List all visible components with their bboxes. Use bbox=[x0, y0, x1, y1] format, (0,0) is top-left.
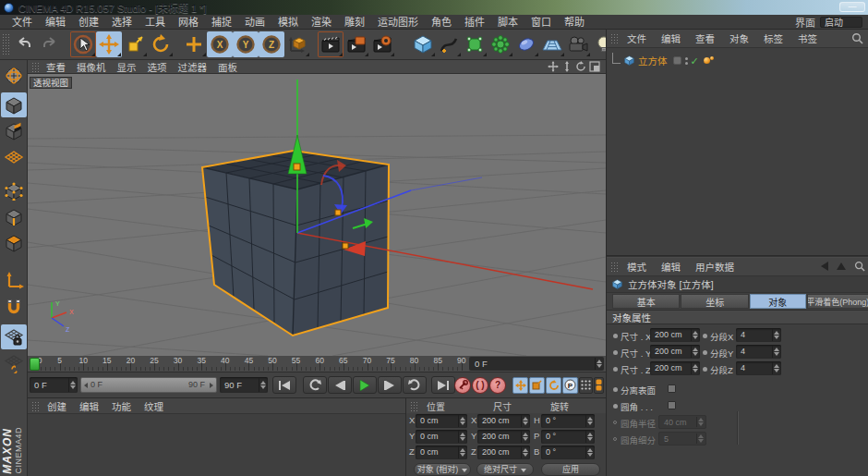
make-editable-button[interactable] bbox=[1, 63, 27, 88]
lock-y-button[interactable]: Y bbox=[233, 31, 259, 57]
size-z-input[interactable]: 200 cm bbox=[650, 361, 700, 375]
zoom-view-icon[interactable] bbox=[561, 61, 573, 72]
menu-edit[interactable]: 编辑 bbox=[39, 15, 72, 30]
am-menu-userdata[interactable]: 用户数据 bbox=[688, 260, 741, 274]
autokey-button[interactable]: ( ) bbox=[472, 377, 488, 394]
planar-workplane-button[interactable] bbox=[1, 350, 27, 375]
om-menu-view[interactable]: 查看 bbox=[688, 31, 722, 45]
menu-character[interactable]: 角色 bbox=[425, 15, 458, 30]
render-queue-button[interactable] bbox=[369, 31, 395, 57]
vp-menu-panel[interactable]: 面板 bbox=[212, 60, 243, 74]
mat-menu-edit[interactable]: 编辑 bbox=[73, 399, 105, 413]
toolbar-grip[interactable] bbox=[2, 33, 9, 55]
frame-end-spinner[interactable] bbox=[259, 378, 267, 392]
size-x-input[interactable]: 200 cm bbox=[650, 328, 700, 342]
menu-help[interactable]: 帮助 bbox=[558, 15, 591, 30]
undo-button[interactable] bbox=[11, 31, 37, 57]
subdivision-surface-button[interactable] bbox=[462, 31, 488, 57]
points-mode-button[interactable] bbox=[1, 178, 27, 203]
om-menu-edit[interactable]: 编辑 bbox=[654, 31, 688, 45]
tab-phong[interactable]: 平滑着色(Phong) bbox=[807, 294, 868, 309]
segments-y-input[interactable]: 4 bbox=[736, 345, 781, 359]
workplane-mode-button[interactable] bbox=[1, 144, 27, 169]
om-search-icon[interactable] bbox=[851, 32, 863, 46]
mat-menu-function[interactable]: 功能 bbox=[105, 399, 138, 413]
current-frame-display[interactable]: 0 F bbox=[469, 357, 604, 371]
viewport-canvas[interactable]: Y X Z 透视视图 bbox=[28, 74, 606, 356]
play-backwards-button[interactable] bbox=[303, 376, 327, 394]
live-selection-button[interactable] bbox=[70, 31, 96, 57]
edges-mode-button[interactable] bbox=[1, 204, 27, 229]
menu-script[interactable]: 脚本 bbox=[491, 15, 524, 30]
view-label[interactable]: 透视视图 bbox=[30, 77, 72, 89]
size-y-field[interactable]: 200 cm bbox=[477, 430, 530, 444]
move-tool-button[interactable] bbox=[96, 31, 122, 57]
visibility-dots[interactable] bbox=[685, 57, 688, 65]
keyframe-help-button[interactable]: ? bbox=[489, 377, 506, 394]
layout-select[interactable]: 启动 bbox=[820, 17, 862, 28]
coordinates-grip[interactable] bbox=[410, 401, 417, 411]
fillet-checkbox[interactable] bbox=[668, 401, 676, 409]
menu-select[interactable]: 选择 bbox=[105, 15, 139, 30]
separate-surfaces-checkbox[interactable] bbox=[668, 384, 676, 393]
goto-end-button[interactable] bbox=[431, 376, 455, 394]
play-forwards-button[interactable] bbox=[403, 376, 427, 394]
object-name[interactable]: 立方体 bbox=[638, 54, 668, 67]
anim-dot[interactable] bbox=[613, 334, 618, 338]
tab-basic[interactable]: 基本 bbox=[612, 294, 680, 309]
add-cube-button[interactable] bbox=[410, 31, 436, 57]
render-settings-button[interactable] bbox=[344, 31, 369, 57]
history-back-icon[interactable] bbox=[821, 262, 828, 271]
vp-menu-camera[interactable]: 摄像机 bbox=[71, 60, 112, 74]
frame-start-field[interactable]: 0 F bbox=[30, 377, 78, 393]
lock-z-button[interactable]: Z bbox=[259, 31, 284, 57]
coordinate-system-button[interactable] bbox=[284, 31, 310, 57]
record-keyframe-button[interactable] bbox=[454, 377, 471, 394]
key-pla-button[interactable] bbox=[579, 377, 593, 394]
anim-dot[interactable] bbox=[613, 367, 618, 372]
floor-button[interactable] bbox=[539, 31, 565, 57]
am-grip[interactable] bbox=[610, 262, 618, 272]
parent-object-icon[interactable] bbox=[837, 262, 846, 270]
toggle-view-icon[interactable] bbox=[589, 61, 600, 72]
timeline-position-marker[interactable] bbox=[30, 358, 40, 371]
menu-snap[interactable]: 捕捉 bbox=[205, 15, 238, 30]
rotation-p-field[interactable]: 0 ° bbox=[541, 430, 595, 444]
vp-menu-filter[interactable]: 过滤器 bbox=[173, 60, 213, 74]
next-frame-button[interactable] bbox=[378, 376, 402, 394]
frame-range-scrubber[interactable]: 0 F 90 F bbox=[80, 377, 217, 393]
rotation-h-field[interactable]: 0 ° bbox=[541, 414, 595, 428]
texture-mode-button[interactable] bbox=[1, 118, 27, 143]
object-item-cube[interactable]: 立方体 ✓ bbox=[612, 54, 715, 67]
anim-dot[interactable] bbox=[613, 404, 618, 409]
spline-pen-button[interactable] bbox=[436, 31, 462, 57]
play-button[interactable] bbox=[353, 376, 377, 394]
menu-file[interactable]: 文件 bbox=[6, 15, 39, 30]
am-menu-mode[interactable]: 模式 bbox=[620, 260, 654, 274]
menu-plugins[interactable]: 插件 bbox=[458, 15, 491, 30]
mat-menu-create[interactable]: 创建 bbox=[41, 399, 73, 413]
om-menu-tags[interactable]: 标签 bbox=[756, 31, 790, 45]
lock-x-button[interactable]: X bbox=[207, 31, 233, 57]
menu-window[interactable]: 窗口 bbox=[524, 15, 558, 30]
menu-tools[interactable]: 工具 bbox=[139, 15, 172, 30]
size-x-field[interactable]: 200 cm bbox=[477, 414, 530, 428]
am-menu-edit[interactable]: 编辑 bbox=[654, 260, 688, 274]
snap-button[interactable] bbox=[1, 295, 27, 320]
mat-menu-texture[interactable]: 纹理 bbox=[138, 399, 170, 413]
key-scale-button[interactable] bbox=[529, 377, 545, 394]
camera-button[interactable] bbox=[565, 31, 591, 57]
previous-frame-button[interactable] bbox=[328, 376, 352, 394]
frame-start-spinner[interactable] bbox=[68, 378, 77, 392]
enabled-check-icon[interactable]: ✓ bbox=[691, 56, 699, 66]
layer-chip[interactable] bbox=[673, 56, 681, 65]
polygons-mode-button[interactable] bbox=[1, 230, 27, 255]
om-grip[interactable] bbox=[610, 33, 618, 43]
environment-button[interactable] bbox=[513, 31, 539, 57]
anim-dot[interactable] bbox=[703, 367, 707, 372]
anim-dot[interactable] bbox=[613, 387, 618, 392]
frame-end-field[interactable]: 90 F bbox=[220, 377, 268, 393]
vp-menu-display[interactable]: 显示 bbox=[112, 60, 142, 74]
segments-x-input[interactable]: 4 bbox=[736, 328, 781, 342]
size-z-field[interactable]: 200 cm bbox=[477, 445, 530, 459]
